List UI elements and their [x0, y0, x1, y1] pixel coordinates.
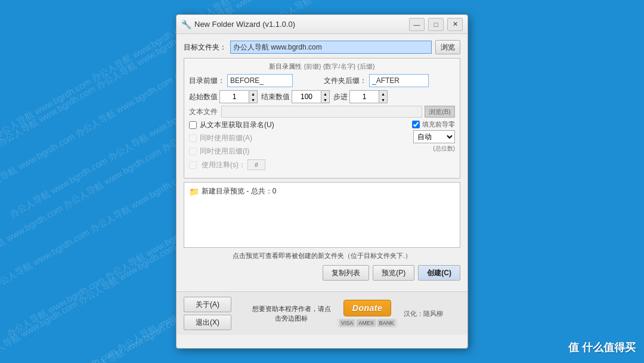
lower-area: 从文本里获取目录名(U) 同时使用前缀(A) 同时使用后缀(I) 使用注释(s)… [189, 120, 455, 172]
preview-button[interactable]: 预览(P) [373, 265, 414, 281]
prefix-suffix-row: 目录前缀： 文件夹后缀： [189, 74, 455, 87]
step-spinner-btns: ▲ ▼ [379, 90, 388, 103]
textfile-row: 文本文件 浏览(B) [189, 106, 455, 118]
target-folder-row: 目标文件夹： 浏览 [184, 40, 460, 54]
bottom-bar: 关于(A) 退出(X) 想要资助本程序作者，请点 击旁边图标 Donate VI… [177, 291, 467, 335]
amex-icon: AMEX [357, 319, 376, 327]
suffix-input[interactable] [369, 74, 429, 87]
textfile-input[interactable] [221, 106, 422, 118]
step-spinner: ▲ ▼ [349, 90, 388, 103]
check-use-suffix-label: 同时使用后缀(I) [200, 146, 249, 156]
action-buttons-row: 复制列表 预览(P) 创建(C) [184, 265, 460, 281]
start-down-btn[interactable]: ▼ [249, 97, 257, 103]
preview-title: 新建目录预览 - 总共：0 [202, 186, 276, 196]
end-label: 结束数值 [261, 92, 290, 102]
note-input[interactable] [247, 159, 265, 170]
maximize-button[interactable]: □ [428, 18, 444, 31]
end-down-btn[interactable]: ▼ [321, 97, 329, 103]
check-use-prefix[interactable] [189, 134, 197, 142]
fill-zeros-hint: (总位数) [433, 144, 455, 153]
fill-zeros-hint-row: (总位数) [433, 144, 455, 153]
minimize-button[interactable]: — [409, 18, 425, 31]
suffix-label: 文件夹后缀： [324, 76, 367, 86]
close-button[interactable]: ✕ [447, 18, 463, 31]
donate-hint-text: 想要资助本程序作者，请点 击旁边图标 [252, 304, 331, 324]
create-button[interactable]: 创建(C) [418, 265, 460, 281]
new-attr-label: 新目录属性 [269, 62, 302, 71]
target-folder-label: 目标文件夹： [184, 42, 227, 53]
textfile-browse-btn[interactable]: 浏览(B) [425, 106, 455, 118]
step-down-btn[interactable]: ▼ [379, 97, 387, 103]
fill-zeros-select[interactable]: 自动 2位 3位 4位 5位 [413, 130, 455, 143]
check-use-suffix-row: 同时使用后缀(I) [189, 146, 377, 156]
check-fill-zeros-label: 填充前导零 [422, 120, 455, 129]
check-from-text[interactable] [189, 121, 197, 129]
main-window: 🔧 New Folder Wizard (v1.1.0.0) — □ ✕ 目标文… [176, 14, 468, 349]
step-cell: 步进 ▲ ▼ [333, 90, 388, 103]
check-from-text-row: 从文本里获取目录名(U) [189, 120, 377, 130]
donate-area: 想要资助本程序作者，请点 击旁边图标 Donate VISA AMEX BANK… [235, 300, 460, 328]
exit-button[interactable]: 退出(X) [184, 315, 231, 330]
visa-icon: VISA [339, 319, 355, 327]
check-fill-zeros[interactable] [412, 121, 420, 128]
donate-btn-wrap: Donate VISA AMEX BANK [337, 300, 398, 328]
start-up-btn[interactable]: ▲ [249, 91, 257, 97]
end-spinner: ▲ ▼ [292, 90, 330, 103]
new-attr-hint: {前缀} {数字/名字} {后缀} [304, 62, 374, 71]
end-input[interactable] [292, 90, 321, 103]
end-cell: 结束数值 ▲ ▼ [261, 90, 330, 103]
titlebar-controls: — □ ✕ [409, 18, 463, 31]
start-cell: 起始数值 ▲ ▼ [189, 90, 258, 103]
localize-text: 汉化：随风柳 [404, 309, 443, 318]
attr-box-title: 新目录属性 {前缀} {数字/名字} {后缀} [189, 62, 455, 71]
bank-icon: BANK [377, 319, 396, 327]
start-spinner-btns: ▲ ▼ [249, 90, 258, 103]
window-title: New Folder Wizard (v1.1.0.0) [194, 20, 409, 29]
titlebar: 🔧 New Folder Wizard (v1.1.0.0) — □ ✕ [177, 15, 467, 34]
start-spinner: ▲ ▼ [219, 90, 258, 103]
lower-right: 填充前导零 自动 2位 3位 4位 5位 (总位数) [377, 120, 455, 172]
start-label: 起始数值 [189, 92, 218, 102]
check-use-prefix-row: 同时使用前缀(A) [189, 133, 377, 143]
start-input[interactable] [219, 90, 249, 103]
about-button[interactable]: 关于(A) [184, 297, 231, 312]
check-from-text-label: 从文本里获取目录名(U) [200, 120, 274, 130]
preview-box: 📁 新建目录预览 - 总共：0 [184, 182, 460, 248]
donate-button[interactable]: Donate [343, 300, 391, 316]
number-range-row: 起始数值 ▲ ▼ 结束数值 ▲ ▼ [189, 90, 455, 103]
fill-zeros-check-row: 填充前导零 [412, 120, 455, 129]
new-attr-section: 新目录属性 {前缀} {数字/名字} {后缀} 目录前缀： 文件夹后缀： 起始数… [184, 58, 460, 179]
end-up-btn[interactable]: ▲ [321, 91, 329, 97]
folder-icon: 📁 [189, 187, 199, 196]
prefix-half: 目录前缀： [189, 74, 320, 87]
step-up-btn[interactable]: ▲ [379, 91, 387, 97]
check-use-prefix-label: 同时使用前缀(A) [200, 133, 252, 143]
app-icon: 🔧 [181, 20, 191, 29]
prefix-input[interactable] [227, 74, 293, 87]
lower-checks: 从文本里获取目录名(U) 同时使用前缀(A) 同时使用后缀(I) 使用注释(s)… [189, 120, 377, 172]
payment-icons: VISA AMEX BANK [337, 318, 398, 328]
step-input[interactable] [349, 90, 379, 103]
check-use-suffix[interactable] [189, 147, 197, 155]
fill-zeros-select-row: 自动 2位 3位 4位 5位 [413, 130, 455, 143]
check-use-note[interactable] [189, 161, 197, 169]
textfile-label: 文本文件 [189, 107, 219, 117]
corner-label: 值 什么值得买 [568, 340, 636, 355]
check-use-note-label: 使用注释(s)： [202, 160, 246, 170]
corner-text: 值 什么值得买 [568, 340, 636, 355]
copy-list-button[interactable]: 复制列表 [323, 265, 369, 281]
window-content: 目标文件夹： 浏览 新目录属性 {前缀} {数字/名字} {后缀} 目录前缀： … [177, 34, 467, 291]
end-spinner-btns: ▲ ▼ [321, 90, 330, 103]
prefix-label: 目录前缀： [189, 76, 225, 86]
check-use-note-row: 使用注释(s)： [189, 159, 377, 170]
bottom-left-buttons: 关于(A) 退出(X) [184, 297, 231, 330]
step-label: 步进 [333, 92, 348, 102]
hint-text: 点击预览可查看即将被创建的新文件夹（位于目标文件夹下.） [184, 251, 460, 260]
target-folder-input[interactable] [230, 41, 432, 54]
browse-button[interactable]: 浏览 [435, 40, 460, 54]
preview-header: 📁 新建目录预览 - 总共：0 [189, 186, 455, 196]
suffix-half: 文件夹后缀： [324, 74, 455, 87]
